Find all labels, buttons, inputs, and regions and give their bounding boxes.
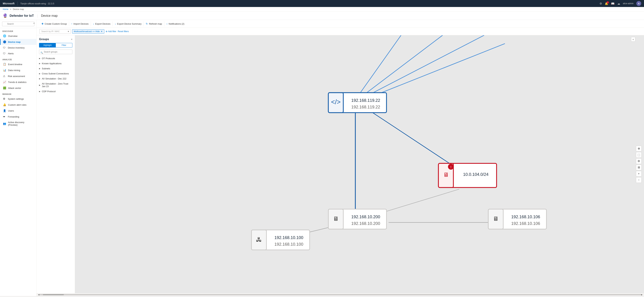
app-title-sep: | [37, 14, 38, 18]
group-item-label: CDP Protocol [42, 90, 56, 93]
sidebar-item-overview[interactable]: 🌐 Overview [0, 33, 36, 39]
sidebar-item-users[interactable]: 👤 Users [0, 108, 36, 114]
scrollbar: ◀ ▶ [36, 293, 644, 296]
group-item-ot-protocols[interactable]: ▶ OT Protocols [36, 56, 75, 61]
group-item-cdp-protocol[interactable]: ▶ CDP Protocol [36, 89, 75, 94]
map-cursor-button[interactable]: ⊕ [636, 146, 642, 151]
sidebar-item-forwarding[interactable]: ➡ Forwarding [0, 114, 36, 120]
svg-line-5 [366, 108, 463, 172]
scrollbar-track[interactable] [40, 294, 641, 295]
sidebar-item-custom-alert-label: Custom alert rules [8, 104, 26, 106]
sidebar-item-alerts-label: Alerts [8, 52, 14, 55]
scrollbar-thumb[interactable] [43, 294, 64, 295]
reset-filters-button[interactable]: Reset filters [118, 30, 129, 33]
filter-chip-label: Multicast/broadcast == Hide [74, 30, 100, 33]
map-node-192-168-10-200[interactable]: 🖥 192.168.10.200 192.168.10.200 [328, 209, 386, 229]
analyze-section-label: Analyze [0, 56, 36, 61]
import-devices-button[interactable]: ↑ Import Devices [69, 21, 91, 26]
group-item-cross-subnet[interactable]: ▶ Cross Subnet Connections [36, 71, 75, 76]
filter-chip-close-icon[interactable]: ✕ [100, 30, 103, 33]
avatar[interactable]: A [636, 1, 641, 6]
group-item-av-dec222[interactable]: ▶ AV Simulation - Dec 222 [36, 76, 75, 81]
groups-collapse-icon[interactable]: « [71, 38, 72, 41]
sidebar-item-device-inventory[interactable]: 🛡 Device inventory [0, 45, 36, 51]
ip-mac-filter-dropdown[interactable]: Search by IP / MAC ▾ [40, 29, 71, 34]
sidebar-item-trends[interactable]: 📈 Trends & statistics [0, 79, 36, 85]
sidebar-item-custom-alert[interactable]: 🔔 Custom alert rules [0, 102, 36, 108]
group-item-label: Known Applications [42, 62, 62, 65]
sidebar-item-system-settings[interactable]: ⚙ System settings [0, 96, 36, 102]
sidebar-item-device-map[interactable]: 🔵 Device map [0, 39, 36, 45]
content-area: ✚ Create Custom Group ↑ Import Devices ↓… [36, 20, 644, 296]
map-panel-collapse-icon[interactable]: « [631, 37, 635, 42]
book-icon[interactable]: 📖 [611, 2, 614, 5]
sidebar-item-alerts[interactable]: 🛡 Alerts [0, 51, 36, 56]
notifications-button[interactable]: ↕ Notifications (2) [164, 21, 186, 26]
svg-text:🖥: 🖥 [443, 171, 449, 178]
sidebar-item-data-mining[interactable]: 📊 Data mining [0, 67, 36, 73]
export-summary-button[interactable]: ↓ Export Device Summary [113, 21, 144, 26]
export-devices-label: Export Devices [95, 23, 110, 25]
groups-tabs: Highlight Filter [39, 43, 72, 48]
tab-filter[interactable]: Filter [56, 43, 72, 47]
map-zoom-in-button[interactable]: + [636, 171, 642, 177]
svg-text:192.168.10.100: 192.168.10.100 [274, 242, 304, 246]
data-mining-icon: 📊 [3, 69, 6, 72]
group-arrow-icon: ▶ [39, 68, 40, 70]
export-devices-button[interactable]: ↓ Export Devices [91, 21, 113, 26]
sidebar-item-event-timeline[interactable]: 📋 Event timeline [0, 61, 36, 67]
sidebar-item-attack-vector[interactable]: 🟩 Attack vector [0, 85, 36, 91]
toolbar: ✚ Create Custom Group ↑ Import Devices ↓… [36, 20, 644, 28]
map-node-192-168-10-100[interactable]: 🖧 192.168.10.100 192.168.10.100 [252, 230, 310, 250]
group-arrow-icon: ▶ [39, 90, 40, 92]
map-settings-button[interactable]: ⚙ [636, 158, 642, 164]
sidebar-search-input[interactable] [2, 22, 34, 26]
map-select-button[interactable]: ⬚ [636, 152, 642, 158]
sidebar-item-active-discovery[interactable]: 👥 Active discovery (Preview) [0, 120, 36, 128]
map-canvas[interactable]: </> 192.168.119.22 192.168.119.22 🖥 ! 10… [75, 35, 644, 293]
filter-bar: Search by IP / MAC ▾ Multicast/broadcast… [36, 28, 644, 35]
refresh-map-button[interactable]: ↻ Refresh map [144, 21, 164, 26]
group-item-known-applications[interactable]: ▶ Known Applications [36, 61, 75, 66]
settings-icon[interactable]: ⚙ [600, 2, 602, 5]
group-arrow-icon: ▶ [39, 84, 40, 86]
groups-panel: « Groups Highlight Filter 🔍 ▶ OT Protoco… [36, 35, 75, 293]
groups-search-input[interactable] [39, 50, 72, 54]
create-group-icon: ✚ [42, 22, 44, 25]
map-node-10-0-104-subnet[interactable]: 🖥 ! 10.0.104.0/24 [438, 163, 497, 187]
topbar-sensor: Tianjin-offices-south-wing - 22.3.5 [20, 2, 598, 5]
sidebar: 🔍 « Discover 🌐 Overview 🔵 Device map 🛡 D… [0, 20, 36, 296]
svg-text:192.168.10.100: 192.168.10.100 [274, 235, 304, 240]
map-node-192-168-10-106[interactable]: 🖥 192.168.10.106 192.168.10.106 [488, 209, 546, 229]
svg-text:</>: </> [331, 98, 340, 106]
sidebar-item-risk-assessment-label: Risk assessment [8, 75, 25, 78]
cloud-icon[interactable]: ☁ [617, 2, 620, 5]
device-inventory-icon: 🛡 [3, 46, 6, 49]
breadcrumb-sep: > [10, 8, 11, 11]
tab-highlight[interactable]: Highlight [39, 43, 56, 47]
defender-icon: 🔮 [3, 14, 8, 18]
group-item-label: AV Simulation - Dec 222 [42, 77, 66, 80]
multicast-filter-chip: Multicast/broadcast == Hide ✕ [72, 29, 104, 34]
create-custom-group-button[interactable]: ✚ Create Custom Group [40, 21, 69, 26]
notifications-icon[interactable]: 🔔1 [605, 2, 608, 5]
group-item-av-zerotrust[interactable]: ▶ AV Simulation - Zero Trust Jan 23 [36, 81, 75, 89]
system-settings-icon: ⚙ [3, 97, 6, 100]
map-node-192-168-119-22[interactable]: </> 192.168.119.22 192.168.119.22 [328, 93, 386, 113]
sidebar-item-attack-vector-label: Attack vector [8, 87, 21, 89]
manage-section-label: Manage [0, 91, 36, 96]
scrollbar-left-arrow[interactable]: ◀ [38, 294, 40, 295]
group-item-label: Cross Subnet Connections [42, 72, 69, 75]
group-item-subnets[interactable]: ▶ Subnets [36, 66, 75, 71]
map-zoom-out-button[interactable]: − [636, 177, 642, 183]
sidebar-search-area: 🔍 « [0, 20, 36, 28]
add-filter-button[interactable]: ⊕ Add filter [106, 30, 116, 33]
sidebar-collapse-icon[interactable]: « [33, 22, 35, 25]
sidebar-item-data-mining-label: Data mining [8, 69, 20, 72]
map-layout-button[interactable]: ⊞ [636, 165, 642, 170]
custom-alert-icon: 🔔 [3, 103, 6, 106]
breadcrumb-home[interactable]: Home [3, 8, 8, 11]
sidebar-item-risk-assessment[interactable]: ⚠ Risk assessment [0, 73, 36, 79]
app-subtitle: Device map [41, 14, 58, 18]
scrollbar-right-arrow[interactable]: ▶ [641, 294, 642, 295]
